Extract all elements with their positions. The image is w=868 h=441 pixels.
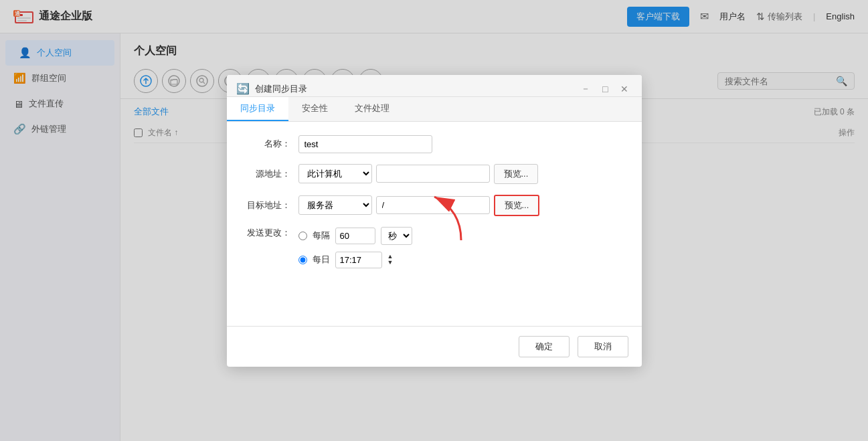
cancel-button[interactable]: 取消: [578, 336, 628, 357]
dialog-title-text: 创建同步目录: [255, 83, 307, 95]
target-row: 目标地址： 服务器 预览...: [247, 195, 622, 216]
dialog-close-button[interactable]: ✕: [616, 82, 632, 96]
source-preview-button[interactable]: 预览...: [494, 164, 539, 184]
dialog-overlay: 🔄 创建同步目录 － □ ✕ 同步目录 安全性 文件处理 名称： 源: [0, 0, 868, 441]
interval-value-input[interactable]: [335, 228, 375, 244]
time-stepper[interactable]: ▲ ▼: [387, 254, 394, 266]
ok-button[interactable]: 确定: [519, 336, 570, 357]
interval-label: 每隔: [313, 230, 330, 242]
daily-radio[interactable]: [298, 256, 307, 264]
source-select[interactable]: 此计算机: [298, 164, 372, 183]
dialog-title-left: 🔄 创建同步目录: [236, 82, 307, 95]
send-change-section: 每隔 秒 分 时 每日 ▲ ▼: [298, 227, 412, 275]
target-label: 目标地址：: [247, 199, 290, 211]
dialog-title-bar: 🔄 创建同步目录 － □ ✕: [227, 75, 642, 97]
daily-label: 每日: [313, 254, 330, 266]
interval-radio[interactable]: [298, 232, 307, 240]
interval-radio-row: 每隔 秒 分 时: [298, 227, 412, 245]
source-label: 源地址：: [247, 168, 290, 180]
target-select[interactable]: 服务器: [298, 195, 372, 215]
target-controls: 服务器 预览...: [298, 195, 540, 216]
daily-radio-row: 每日 ▲ ▼: [298, 252, 412, 268]
dialog-win-btns: － □ ✕: [577, 82, 632, 96]
send-change-row: 发送更改： 每隔 秒 分 时 每日: [247, 227, 622, 275]
source-path-input[interactable]: [376, 165, 490, 183]
name-input[interactable]: [298, 135, 432, 153]
sync-dialog: 🔄 创建同步目录 － □ ✕ 同步目录 安全性 文件处理 名称： 源: [227, 75, 642, 367]
dialog-minimize-button[interactable]: －: [577, 82, 594, 96]
name-label: 名称：: [247, 138, 290, 150]
tab-sync-dir[interactable]: 同步目录: [227, 97, 288, 121]
send-change-label: 发送更改：: [247, 227, 290, 239]
dialog-title-icon: 🔄: [236, 82, 250, 95]
target-path-input[interactable]: [376, 196, 490, 214]
tab-security[interactable]: 安全性: [288, 97, 341, 121]
tab-file-proc[interactable]: 文件处理: [341, 97, 403, 121]
dialog-footer: 确定 取消: [227, 326, 642, 367]
interval-unit-select[interactable]: 秒 分 时: [381, 227, 412, 245]
source-controls: 此计算机 预览...: [298, 164, 539, 184]
target-preview-button[interactable]: 预览...: [494, 195, 540, 216]
daily-time-input[interactable]: [335, 252, 382, 268]
dialog-tabs: 同步目录 安全性 文件处理: [227, 97, 642, 122]
dialog-body: 名称： 源地址： 此计算机 预览... 目标地址：: [227, 122, 642, 299]
dialog-maximize-button[interactable]: □: [598, 82, 612, 96]
source-row: 源地址： 此计算机 预览...: [247, 164, 622, 184]
name-row: 名称：: [247, 135, 622, 153]
